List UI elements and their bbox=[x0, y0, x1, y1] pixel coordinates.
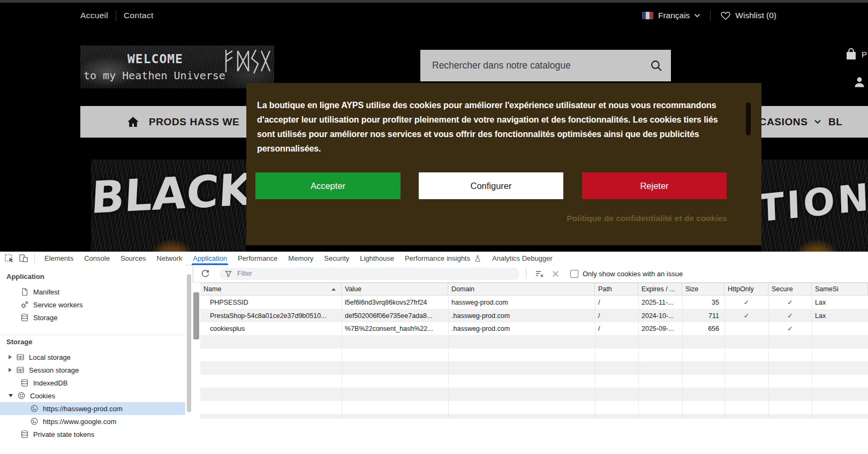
accept-button[interactable]: Accepter bbox=[255, 172, 401, 199]
wishlist-link[interactable]: Wishlist (0) bbox=[735, 11, 776, 20]
sidebar-item-label: Service workers bbox=[33, 301, 82, 309]
column-header-name[interactable]: Name bbox=[200, 283, 342, 295]
table-row[interactable]: PrestaShop-54c8a01ce2e37d9b0510... def50… bbox=[200, 309, 868, 323]
cell-secure: ✓ bbox=[768, 322, 812, 336]
column-header-httponly[interactable]: HttpOnly bbox=[724, 283, 768, 295]
sidebar-item-indexeddb[interactable]: IndexedDB bbox=[0, 376, 185, 389]
close-icon[interactable] bbox=[549, 267, 562, 280]
issue-filter-checkbox[interactable] bbox=[570, 270, 578, 278]
nav-link-accueil[interactable]: Accueil bbox=[80, 11, 108, 20]
tab-application[interactable]: Application bbox=[187, 252, 232, 265]
reject-button[interactable]: Rejeter bbox=[582, 172, 727, 199]
tab-analytics-debugger[interactable]: Analytics Debugger bbox=[487, 252, 558, 265]
tab-elements[interactable]: Elements bbox=[39, 252, 79, 265]
column-header-value[interactable]: Value bbox=[342, 283, 448, 295]
cookie-message: La boutique en ligne AYPS utilise des co… bbox=[257, 98, 728, 156]
column-header-size[interactable]: Size bbox=[682, 283, 724, 295]
sidebar-item-label: Local storage bbox=[29, 353, 71, 361]
cell-secure: ✓ bbox=[768, 296, 812, 309]
runes-logo bbox=[223, 47, 272, 74]
expander-expanded-icon[interactable] bbox=[9, 394, 13, 397]
cell-expires: 2025-09-... bbox=[638, 322, 682, 336]
sidebar-scrollbar-thumb[interactable] bbox=[187, 274, 191, 412]
sidebar-item-label: https://www.google.com bbox=[43, 418, 116, 426]
cell-size: 711 bbox=[682, 309, 724, 323]
clear-filter-icon[interactable] bbox=[533, 267, 546, 280]
sidebar-item-session-storage[interactable]: Session storage bbox=[0, 364, 185, 376]
sidebar-item-label: Cookies bbox=[30, 392, 55, 400]
toolbar-separator bbox=[526, 268, 526, 279]
sidebar-item-storage[interactable]: Storage bbox=[0, 311, 185, 324]
hero-text-tion: TION bbox=[761, 175, 868, 231]
expander-collapsed-icon[interactable] bbox=[9, 355, 12, 359]
tab-security[interactable]: Security bbox=[319, 252, 354, 265]
sidebar-item-cookies-google[interactable]: https://www.google.com bbox=[0, 415, 185, 428]
configure-button[interactable]: Configurer bbox=[419, 172, 563, 199]
sidebar-item-label: Storage bbox=[33, 314, 58, 322]
site-logo[interactable]: WELCOME to my Heathen Universe bbox=[80, 46, 274, 88]
chevron-down-icon bbox=[694, 13, 700, 18]
sidebar-item-label: Private state tokens bbox=[33, 430, 94, 438]
sidebar-item-service-workers[interactable]: Service workers bbox=[0, 298, 185, 311]
home-icon[interactable] bbox=[126, 115, 140, 131]
funnel-icon bbox=[225, 270, 232, 277]
table-row[interactable]: PHPSESSID l5ef6l6nd3vrq86kovs27frf24 has… bbox=[200, 296, 868, 309]
sidebar-item-cookies-hassweg[interactable]: https://hassweg-prod.com bbox=[0, 402, 185, 415]
privacy-policy-link[interactable]: Politique de confidentialité et de cooki… bbox=[567, 214, 727, 223]
tab-lighthouse[interactable]: Lighthouse bbox=[354, 252, 399, 265]
cell-name: cookiesplus bbox=[200, 322, 342, 336]
sidebar-item-manifest[interactable]: Manifest bbox=[0, 285, 185, 298]
sidebar-section-application: Application bbox=[0, 270, 185, 283]
tab-memory[interactable]: Memory bbox=[283, 252, 319, 265]
dialog-scrollbar-thumb[interactable] bbox=[746, 102, 751, 135]
tab-performance-insights[interactable]: Performance insights bbox=[399, 252, 487, 265]
devtools-panel: Elements Console Sources Network Applica… bbox=[0, 252, 868, 454]
sidebar-item-local-storage[interactable]: Local storage bbox=[0, 351, 185, 364]
flask-icon bbox=[474, 255, 481, 262]
cart-button[interactable]: P bbox=[844, 47, 867, 62]
inspect-icon[interactable] bbox=[2, 252, 16, 265]
hero-image-right: TION bbox=[761, 160, 868, 252]
tab-performance[interactable]: Performance bbox=[232, 252, 283, 265]
column-header-samesite[interactable]: SameSi bbox=[812, 283, 868, 295]
nav-item-bl[interactable]: BL bbox=[828, 106, 843, 138]
cell-path: / bbox=[595, 296, 638, 309]
topbar-separator bbox=[710, 10, 711, 21]
refresh-icon[interactable] bbox=[199, 267, 212, 280]
cell-domain: hassweg-prod.com bbox=[448, 296, 595, 309]
cookie-table-header: Name Value Domain Path Expires / ... Siz… bbox=[200, 283, 868, 296]
cell-size: 35 bbox=[682, 296, 724, 309]
cookie-icon bbox=[30, 404, 39, 413]
table-row[interactable]: cookiesplus %7B%22consent_hash%22... .ha… bbox=[200, 322, 868, 336]
filter-input[interactable] bbox=[236, 269, 514, 278]
cell-size: 656 bbox=[682, 322, 724, 336]
tab-network[interactable]: Network bbox=[152, 252, 188, 265]
cookie-icon bbox=[30, 417, 39, 426]
cell-domain: .hassweg-prod.com bbox=[448, 309, 595, 323]
tab-sources[interactable]: Sources bbox=[115, 252, 152, 265]
column-header-secure[interactable]: Secure bbox=[768, 283, 812, 295]
column-header-expires[interactable]: Expires / ... bbox=[638, 283, 682, 295]
account-button[interactable] bbox=[852, 75, 866, 91]
language-selector[interactable]: Français bbox=[658, 11, 690, 20]
cookie-icon bbox=[17, 391, 26, 400]
tab-performance-insights-label: Performance insights bbox=[405, 254, 470, 262]
french-flag-icon bbox=[642, 12, 653, 19]
table-icon bbox=[16, 353, 25, 361]
expander-collapsed-icon[interactable] bbox=[9, 368, 12, 372]
sidebar-item-cookies[interactable]: Cookies bbox=[0, 389, 185, 402]
search-input[interactable] bbox=[431, 59, 650, 72]
column-header-domain[interactable]: Domain bbox=[448, 283, 595, 295]
nav-item-prods[interactable]: PRODS HASS WE bbox=[149, 106, 239, 138]
device-toolbar-icon[interactable] bbox=[16, 252, 30, 265]
panel-scrollbar-thumb[interactable] bbox=[193, 292, 199, 339]
chevron-down-icon bbox=[814, 119, 821, 124]
sidebar-item-private-state-tokens[interactable]: Private state tokens bbox=[0, 428, 185, 441]
tab-console[interactable]: Console bbox=[79, 252, 115, 265]
search-icon[interactable] bbox=[650, 59, 662, 72]
table-icon bbox=[16, 366, 25, 374]
gears-icon bbox=[20, 300, 29, 309]
column-header-path[interactable]: Path bbox=[595, 283, 638, 295]
topbar-separator bbox=[116, 10, 116, 21]
nav-link-contact[interactable]: Contact bbox=[124, 11, 154, 20]
